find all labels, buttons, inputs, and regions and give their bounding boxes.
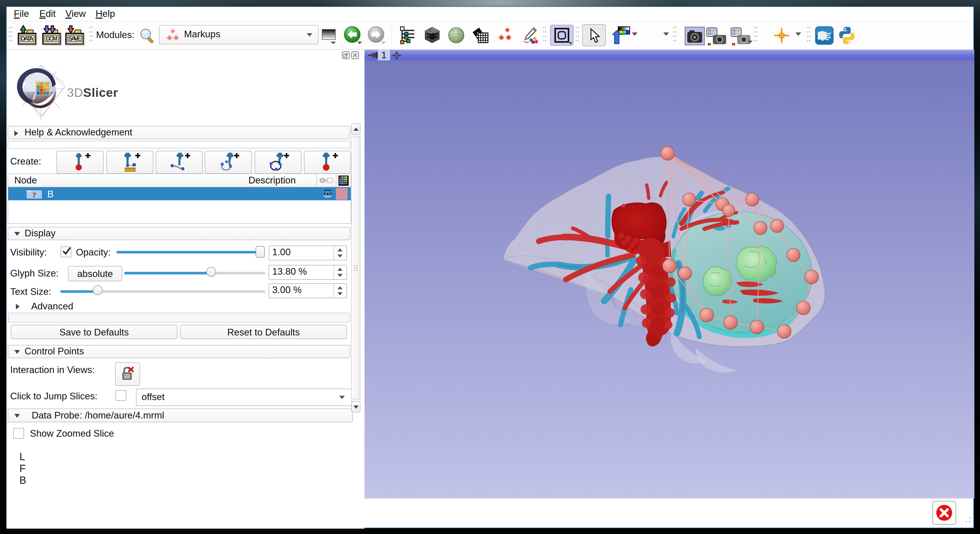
svg-text:SAVE: SAVE xyxy=(68,35,81,42)
svg-text:DCM: DCM xyxy=(46,35,57,42)
svg-text:?: ? xyxy=(32,191,36,199)
svg-text:DATA: DATA xyxy=(21,35,33,42)
